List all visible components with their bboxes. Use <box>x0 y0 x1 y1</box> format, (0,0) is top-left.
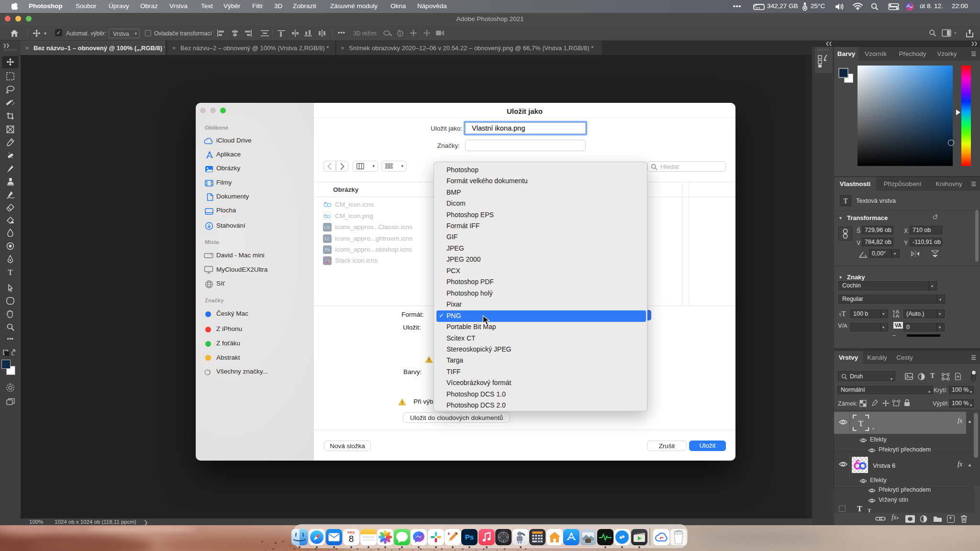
svg-text:T: T <box>858 419 864 428</box>
